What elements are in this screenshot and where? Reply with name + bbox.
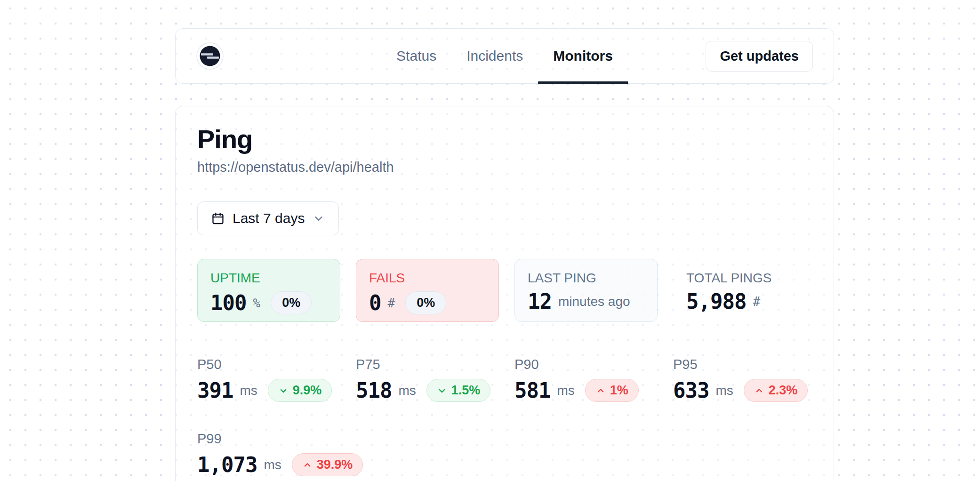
percentile-label: P95 (673, 357, 816, 372)
page: Status Incidents Monitors Get updates Pi… (0, 0, 980, 481)
percentile-label: P90 (514, 357, 658, 372)
chevron-up-icon (595, 385, 606, 396)
percentile-unit: ms (398, 383, 416, 398)
percentile-label: P50 (197, 357, 340, 372)
percentile-p99: P99 1,073 ms 39.9% (197, 431, 340, 476)
openstatus-logo[interactable] (196, 42, 224, 70)
header-card: Status Incidents Monitors Get updates (175, 28, 834, 84)
chevron-down-icon (278, 385, 289, 396)
tab-incidents[interactable]: Incidents (451, 29, 538, 83)
percentile-unit: ms (557, 383, 574, 398)
stat-label: FAILS (369, 271, 486, 286)
percentile-value: 633 (673, 380, 709, 401)
header-nav: Status Incidents Monitors (381, 29, 628, 83)
tab-monitors-label: Monitors (553, 48, 613, 64)
stat-value: 0 (369, 293, 381, 313)
percentile-value: 1,073 (197, 455, 257, 475)
stat-card-total-pings: TOTAL PINGS 5,988 # (673, 259, 816, 322)
chevron-down-icon (313, 212, 325, 224)
trend-value: 39.9% (317, 457, 353, 472)
trend-badge: 1.5% (426, 379, 491, 402)
percentile-p95: P95 633 ms 2.3% (673, 357, 816, 402)
stat-delta-badge: 0% (405, 291, 446, 314)
stat-unit: # (753, 295, 760, 309)
period-label: Last 7 days (233, 210, 305, 226)
percentile-value: 518 (356, 380, 392, 401)
percentile-label: P75 (356, 357, 499, 372)
percentile-p50: P50 391 ms 9.9% (197, 357, 340, 402)
percentile-unit: ms (240, 383, 257, 398)
stat-label: LAST PING (528, 271, 644, 286)
period-selector[interactable]: Last 7 days (197, 201, 339, 235)
chevron-down-icon (437, 385, 447, 396)
percentile-unit: ms (264, 457, 281, 473)
stat-label: TOTAL PINGS (686, 271, 803, 286)
trend-value: 1.5% (451, 383, 481, 398)
percentile-label: P99 (197, 431, 340, 447)
percentile-value: 391 (197, 380, 233, 401)
trend-badge: 39.9% (292, 453, 363, 476)
active-tab-indicator (538, 81, 628, 84)
percentile-value: 581 (514, 380, 550, 401)
openstatus-logo-icon (196, 42, 224, 70)
stat-value: 5,988 (686, 291, 746, 312)
chevron-up-icon (302, 460, 313, 470)
stat-unit: # (388, 296, 395, 310)
stat-unit: minutes ago (558, 294, 630, 309)
stat-card-fails: FAILS 0 # 0% (356, 259, 499, 322)
percentile-p90: P90 581 ms 1% (514, 357, 658, 402)
stat-delta-badge: 0% (271, 291, 312, 314)
percentile-unit: ms (715, 383, 733, 398)
trend-badge: 1% (585, 379, 639, 402)
calendar-icon (211, 212, 225, 225)
trend-value: 2.3% (769, 383, 798, 398)
monitor-title: Ping (197, 123, 812, 155)
stat-unit: % (253, 296, 260, 310)
stat-card-last-ping: LAST PING 12 minutes ago (514, 259, 658, 322)
trend-badge: 9.9% (268, 379, 332, 402)
get-updates-button[interactable]: Get updates (706, 41, 813, 72)
trend-value: 1% (610, 383, 628, 398)
stat-value: 12 (528, 291, 552, 312)
percentiles-grid: P50 391 ms 9.9% P75 518 ms (197, 357, 812, 476)
stat-label: UPTIME (210, 271, 327, 286)
monitor-url: https://openstatus.dev/api/health (197, 160, 812, 175)
tab-status[interactable]: Status (381, 29, 451, 83)
monitor-card: Ping https://openstatus.dev/api/health L… (175, 106, 834, 481)
trend-badge: 2.3% (744, 379, 808, 402)
stats-grid: UPTIME 100 % 0% FAILS 0 # 0% LAST PING (197, 259, 812, 322)
percentile-p75: P75 518 ms 1.5% (356, 357, 499, 402)
chevron-up-icon (754, 385, 764, 396)
stat-value: 100 (210, 293, 246, 313)
trend-value: 9.9% (293, 383, 322, 398)
stat-card-uptime: UPTIME 100 % 0% (197, 259, 340, 322)
tab-monitors[interactable]: Monitors (538, 29, 628, 83)
